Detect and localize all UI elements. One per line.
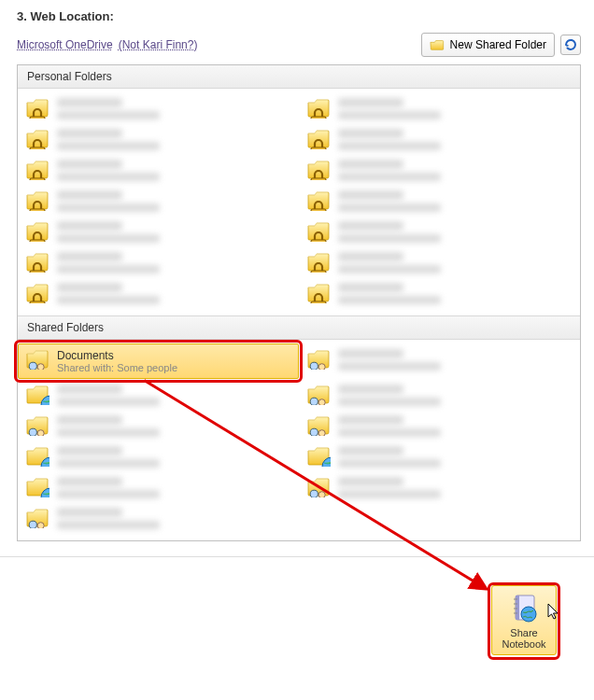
folder-item[interactable] (18, 246, 299, 277)
public-folder-icon (25, 475, 50, 497)
new-shared-folder-label: New Shared Folder (450, 38, 546, 51)
folder-name (57, 508, 160, 517)
folder-name (338, 221, 441, 231)
breadcrumb: Microsoft OneDrive (Not Kari Finn?) New … (17, 33, 581, 57)
folder-name (338, 160, 441, 169)
folder-subtitle (57, 455, 160, 468)
folder-item[interactable] (18, 92, 299, 123)
folder-item[interactable] (299, 185, 580, 216)
shared-folder-icon (25, 413, 50, 436)
folder-subtitle (338, 394, 441, 406)
folder-subtitle (338, 107, 441, 119)
folder-name (57, 190, 160, 200)
folder-item[interactable] (299, 216, 580, 246)
folder-item[interactable] (299, 246, 580, 277)
folder-name (338, 477, 441, 486)
folder-name (57, 160, 160, 169)
folder-name (57, 98, 160, 107)
folder-item[interactable] (299, 410, 580, 441)
folder-item[interactable] (18, 123, 299, 154)
folder-item[interactable] (18, 154, 299, 185)
share-notebook-icon (507, 592, 541, 625)
folder-subtitle (338, 358, 441, 371)
folder-item[interactable] (18, 216, 299, 246)
shared-folder-icon (306, 347, 331, 370)
locked-folder-icon (306, 158, 331, 180)
folder-subtitle (338, 292, 441, 304)
folder-item[interactable] (18, 410, 299, 441)
folder-subtitle (57, 169, 160, 181)
folder-subtitle (338, 169, 441, 181)
folder-item[interactable] (299, 123, 580, 154)
folder-subtitle (338, 138, 441, 150)
locked-folder-icon (25, 127, 50, 149)
folder-item[interactable] (299, 441, 580, 471)
locked-folder-icon (306, 281, 331, 303)
personal-folders-header: Personal Folders (18, 65, 580, 89)
public-folder-icon (306, 444, 331, 467)
folder-item[interactable] (18, 379, 299, 410)
folder-item-documents[interactable]: DocumentsShared with: Some people (18, 343, 299, 379)
folder-name (57, 252, 160, 261)
locked-folder-icon (25, 281, 50, 303)
folder-name: Documents (57, 349, 177, 362)
locked-folder-icon (25, 158, 50, 180)
folder-item[interactable] (299, 277, 580, 308)
folder-name (338, 446, 441, 455)
public-folder-icon (25, 383, 50, 405)
folder-item[interactable] (299, 471, 580, 502)
folder-name (338, 98, 441, 107)
folder-item[interactable] (18, 185, 299, 216)
shared-folder-icon (306, 475, 331, 497)
folder-subtitle (338, 231, 441, 243)
folder-name (57, 221, 160, 231)
folder-item[interactable] (299, 154, 580, 185)
folder-item[interactable] (18, 441, 299, 471)
folder-browser: Personal Folders Shared Folders Document… (17, 64, 581, 541)
locked-folder-icon (306, 96, 331, 119)
folder-subtitle (57, 425, 160, 437)
folder-item[interactable] (299, 343, 580, 379)
folder-name (57, 129, 160, 138)
shared-folders-grid: DocumentsShared with: Some people (18, 340, 580, 540)
not-user-link[interactable]: (Not Kari Finn?) (119, 38, 198, 51)
share-notebook-label: ShareNotebook (502, 627, 545, 651)
folder-name (57, 446, 160, 455)
shared-folder-icon (25, 347, 50, 370)
new-shared-folder-button[interactable]: New Shared Folder (421, 33, 555, 57)
section-heading: 3. Web Location: (17, 9, 581, 23)
locked-folder-icon (25, 219, 50, 242)
folder-item[interactable] (299, 92, 580, 123)
folder-subtitle (57, 200, 160, 212)
share-notebook-button[interactable]: ShareNotebook (491, 585, 557, 655)
folder-item[interactable] (18, 502, 299, 533)
locked-folder-icon (25, 250, 50, 273)
onedrive-link[interactable]: Microsoft OneDrive (17, 38, 113, 51)
folder-item[interactable] (18, 471, 299, 502)
folder-subtitle (338, 425, 441, 437)
folder-subtitle: Shared with: Some people (57, 362, 177, 374)
folder-subtitle (57, 517, 160, 529)
folder-item[interactable] (299, 379, 580, 410)
folder-name (57, 283, 160, 292)
share-area: ShareNotebook (0, 556, 594, 670)
refresh-button[interactable] (560, 35, 581, 55)
locked-folder-icon (25, 189, 50, 211)
folder-name (57, 385, 160, 394)
folder-subtitle (338, 455, 441, 468)
shared-folder-icon (25, 506, 50, 528)
folder-item[interactable] (18, 277, 299, 308)
shared-folder-icon (306, 413, 331, 436)
folder-subtitle (338, 486, 441, 498)
folder-name (338, 415, 441, 425)
public-folder-icon (25, 444, 50, 467)
refresh-icon (563, 37, 578, 52)
folder-name (338, 129, 441, 138)
folder-name (338, 252, 441, 261)
folder-subtitle (57, 292, 160, 304)
folder-name (338, 190, 441, 200)
folder-add-icon (430, 37, 445, 52)
folder-name (338, 283, 441, 292)
folder-name (57, 415, 160, 425)
folder-subtitle (57, 261, 160, 273)
